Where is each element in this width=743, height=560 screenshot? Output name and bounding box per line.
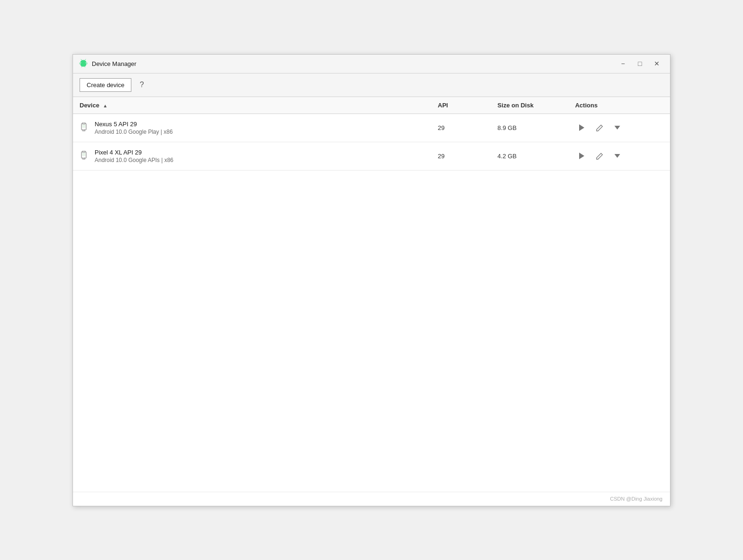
android-icon	[79, 59, 88, 68]
size-value: 8.9 GB	[491, 114, 569, 142]
footer-watermark: CSDN @Ding Jiaxiong	[73, 492, 670, 506]
api-value: 29	[431, 142, 491, 170]
svg-line-3	[85, 59, 86, 60]
column-header-actions: Actions	[568, 97, 670, 114]
run-button[interactable]	[575, 149, 588, 162]
device-table-container: Device ▲ API Size on Disk Actions	[73, 97, 670, 492]
device-name: Nexus 5 API 29	[95, 121, 173, 128]
svg-line-2	[81, 59, 82, 60]
main-window: Device Manager − □ ✕ Create device ? Dev…	[73, 54, 670, 506]
svg-rect-9	[82, 125, 86, 128]
run-button[interactable]	[575, 121, 588, 134]
svg-rect-17	[82, 153, 86, 156]
device-subtitle: Android 10.0 Google APIs | x86	[95, 157, 173, 163]
api-value: 29	[431, 114, 491, 142]
actions-cell	[568, 142, 670, 170]
device-subtitle: Android 10.0 Google Play | x86	[95, 129, 173, 135]
close-button[interactable]: ✕	[649, 58, 664, 69]
more-button[interactable]	[611, 149, 624, 162]
edit-button[interactable]	[593, 121, 606, 134]
column-header-api[interactable]: API	[431, 97, 491, 114]
create-device-button[interactable]: Create device	[80, 78, 131, 92]
title-bar: Device Manager − □ ✕	[73, 55, 670, 73]
device-icon	[80, 151, 90, 161]
help-button[interactable]: ?	[135, 78, 148, 91]
svg-point-0	[81, 63, 81, 63]
table-header-row: Device ▲ API Size on Disk Actions	[73, 97, 670, 114]
svg-marker-11	[614, 126, 620, 130]
device-icon	[80, 122, 90, 133]
column-header-size[interactable]: Size on Disk	[491, 97, 569, 114]
sort-arrow-icon: ▲	[103, 103, 108, 108]
window-controls: − □ ✕	[615, 58, 664, 69]
size-value: 4.2 GB	[491, 142, 569, 170]
svg-point-1	[85, 63, 86, 63]
column-header-device[interactable]: Device ▲	[73, 97, 431, 114]
table-row[interactable]: Nexus 5 API 29 Android 10.0 Google Play …	[73, 114, 670, 142]
device-table: Device ▲ API Size on Disk Actions	[73, 97, 670, 170]
more-button[interactable]	[611, 121, 624, 134]
edit-button[interactable]	[593, 149, 606, 162]
actions-cell	[568, 114, 670, 142]
svg-marker-10	[579, 124, 584, 131]
toolbar: Create device ?	[73, 73, 670, 97]
svg-marker-19	[614, 154, 620, 158]
minimize-button[interactable]: −	[615, 58, 630, 69]
maximize-button[interactable]: □	[632, 58, 647, 69]
svg-marker-18	[579, 153, 584, 159]
window-title: Device Manager	[92, 60, 615, 67]
device-name: Pixel 4 XL API 29	[95, 149, 173, 156]
table-row[interactable]: Pixel 4 XL API 29 Android 10.0 Google AP…	[73, 142, 670, 170]
